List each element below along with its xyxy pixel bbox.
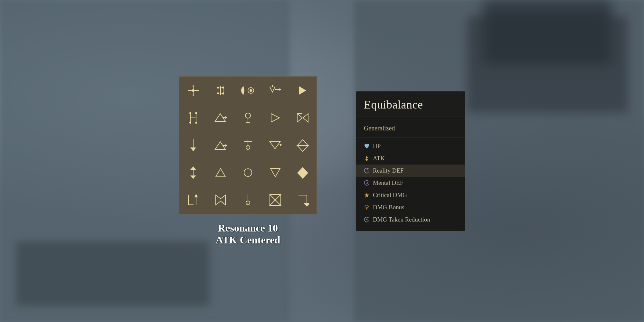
svg-marker-52 [297,140,308,146]
svg-point-10 [217,87,219,88]
svg-point-11 [220,87,221,88]
grid-cell [179,159,207,186]
svg-point-5 [188,90,189,91]
mental-def-label: Mental DEF [373,179,403,186]
grid-cell [262,159,289,186]
grid-cell [207,186,234,214]
svg-point-58 [244,169,252,176]
svg-point-4 [193,94,194,96]
critical-dmg-label: Critical DMG [373,192,407,199]
svg-point-26 [190,112,191,114]
grid-cell [234,159,261,186]
grid-cell [179,104,207,131]
equibalance-body: Generalized HP [356,117,465,231]
reality-def-icon [364,168,370,174]
grid-cell [262,131,289,159]
hp-icon [364,143,370,149]
dmg-taken-label: DMG Taken Reduction [373,216,430,223]
resonance-section: Resonance 10 ATK Centered [179,76,317,246]
equibalance-card: Equibalance Generalized HP [356,91,465,231]
svg-marker-51 [280,144,282,146]
grid-cell [207,159,234,186]
svg-point-17 [250,89,252,92]
grid-cell [234,131,261,159]
svg-point-6 [197,90,198,91]
svg-marker-80 [365,156,368,158]
resonance-label: Resonance 10 ATK Centered [216,222,280,246]
grid-cell [179,77,207,104]
svg-marker-53 [297,146,308,151]
svg-point-28 [190,122,191,123]
stat-dmg-taken: DMG Taken Reduction [356,213,465,226]
grid-cell [207,104,234,131]
grid-cell [289,77,317,104]
svg-marker-55 [190,166,196,170]
svg-marker-61 [297,173,308,179]
stat-critical-dmg: Critical DMG [356,189,465,201]
grid-cell [262,186,289,214]
svg-marker-22 [299,86,306,95]
svg-marker-38 [303,114,308,122]
grid-cell [179,131,207,159]
grid-cell [289,104,317,131]
hp-label: HP [373,143,381,150]
svg-marker-18 [270,87,275,92]
atk-icon [364,156,370,161]
grid-cell [234,77,261,104]
svg-marker-60 [297,167,308,173]
svg-marker-21 [279,88,281,91]
stat-atk: ATK [356,152,465,165]
svg-marker-78 [304,204,309,206]
grid-cell [262,77,289,104]
svg-point-14 [220,93,221,94]
grid-cell [234,186,261,214]
stat-dmg-bonus: DMG Bonus [356,201,465,213]
svg-marker-84 [365,193,369,198]
svg-point-15 [223,93,224,94]
grid-cell [262,104,289,131]
svg-point-12 [223,87,224,88]
svg-marker-57 [216,168,225,177]
svg-marker-37 [297,114,302,122]
resonance-title: Resonance 10 [216,222,280,234]
svg-point-13 [217,93,219,94]
svg-point-27 [195,112,197,114]
equibalance-title: Equibalance [364,98,457,111]
stat-mental-def: Mental DEF [356,177,465,189]
svg-marker-32 [225,116,227,119]
svg-point-3 [193,85,194,87]
grid-cell [289,159,317,186]
dmg-bonus-icon [364,204,370,210]
equibalance-category: Generalized [356,122,465,137]
grid-cell [179,186,207,214]
svg-marker-42 [190,147,196,151]
main-content: Resonance 10 ATK Centered Equibalance Ge… [0,0,644,322]
grid-cell [207,77,234,104]
atk-label: ATK [373,155,385,162]
mental-def-icon [364,180,370,186]
grid-cell [207,131,234,159]
equibalance-header: Equibalance [356,91,465,117]
resonance-subtitle: ATK Centered [216,234,280,246]
grid-cell [289,131,317,159]
resonance-grid [179,76,317,214]
svg-marker-45 [225,144,227,147]
grid-cell [234,104,261,131]
stat-reality-def: Reality DEF [356,165,465,177]
dmg-taken-icon [364,217,370,223]
svg-marker-73 [270,200,281,205]
svg-rect-2 [191,89,195,92]
svg-point-33 [245,113,251,118]
grid-cell [289,186,317,214]
svg-point-83 [366,182,368,184]
svg-point-29 [195,122,197,123]
svg-marker-72 [270,194,281,200]
svg-marker-56 [190,175,196,179]
svg-marker-36 [271,114,279,122]
svg-marker-59 [270,168,280,177]
reality-def-label: Reality DEF [373,167,404,174]
stat-hp: HP [356,140,465,152]
critical-dmg-icon [364,192,370,198]
svg-marker-65 [195,194,197,197]
dmg-bonus-label: DMG Bonus [373,204,404,211]
